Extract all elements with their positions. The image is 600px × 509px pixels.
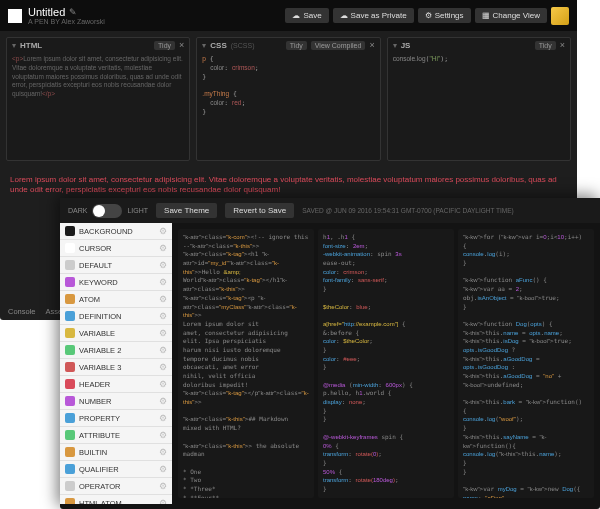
- color-swatch: [65, 311, 75, 321]
- gear-icon[interactable]: ⚙: [159, 243, 167, 253]
- revert-button[interactable]: Revert to Save: [225, 203, 294, 218]
- gear-icon[interactable]: ⚙: [159, 447, 167, 457]
- console-tab[interactable]: Console: [8, 307, 36, 316]
- gear-icon[interactable]: ⚙: [159, 481, 167, 491]
- gear-icon[interactable]: ⚙: [159, 260, 167, 270]
- codepen-logo-icon: [8, 9, 22, 23]
- panel-title: CSS: [210, 41, 226, 50]
- gear-icon[interactable]: ⚙: [159, 345, 167, 355]
- sidebar-item-definition[interactable]: DEFINITION⚙: [60, 308, 172, 325]
- sidebar-item-label: HTML ATOM: [79, 499, 155, 505]
- toggle-track[interactable]: [92, 204, 122, 218]
- save-private-button[interactable]: ☁Save as Private: [333, 8, 414, 23]
- gear-icon[interactable]: ⚙: [159, 498, 167, 504]
- close-icon[interactable]: ×: [369, 40, 374, 50]
- sidebar-item-label: HEADER: [79, 380, 155, 389]
- change-view-button[interactable]: ▦Change View: [475, 8, 547, 23]
- gear-icon[interactable]: ⚙: [159, 311, 167, 321]
- sidebar-item-property[interactable]: PROPERTY⚙: [60, 410, 172, 427]
- sidebar-item-variable-2[interactable]: VARIABLE 2⚙: [60, 342, 172, 359]
- gear-icon: ⚙: [425, 11, 432, 20]
- pro-badge[interactable]: [551, 7, 569, 25]
- sidebar-item-label: KEYWORD: [79, 278, 155, 287]
- theme-toolbar: DARK LIGHT Save Theme Revert to Save SAV…: [60, 198, 600, 223]
- chevron-down-icon[interactable]: ▾: [202, 41, 206, 50]
- gear-icon[interactable]: ⚙: [159, 464, 167, 474]
- dark-light-toggle[interactable]: DARK LIGHT: [68, 204, 148, 218]
- color-swatch: [65, 277, 75, 287]
- save-theme-button[interactable]: Save Theme: [156, 203, 217, 218]
- sidebar-item-label: ATTRIBUTE: [79, 431, 155, 440]
- theme-preview-code: "k-attr">class="k-com"><!-- ignore this …: [172, 223, 600, 504]
- sidebar-item-label: VARIABLE 2: [79, 346, 155, 355]
- color-swatch: [65, 396, 75, 406]
- gear-icon[interactable]: ⚙: [159, 413, 167, 423]
- gear-icon[interactable]: ⚙: [159, 226, 167, 236]
- gear-icon[interactable]: ⚙: [159, 362, 167, 372]
- tidy-button[interactable]: Tidy: [154, 41, 175, 50]
- editor-header: Untitled ✎ A PEN BY Alex Zaworski ☁Save …: [0, 0, 577, 31]
- sidebar-item-variable[interactable]: VARIABLE⚙: [60, 325, 172, 342]
- sidebar-item-html-atom[interactable]: HTML ATOM⚙: [60, 495, 172, 504]
- color-swatch: [65, 294, 75, 304]
- sidebar-item-builtin[interactable]: BUILTIN⚙: [60, 444, 172, 461]
- sidebar-item-attribute[interactable]: ATTRIBUTE⚙: [60, 427, 172, 444]
- sidebar-item-header[interactable]: HEADER⚙: [60, 376, 172, 393]
- cloud-icon: ☁: [292, 11, 300, 20]
- panel-title: JS: [401, 41, 411, 50]
- sidebar-item-variable-3[interactable]: VARIABLE 3⚙: [60, 359, 172, 376]
- gear-icon[interactable]: ⚙: [159, 379, 167, 389]
- chevron-down-icon[interactable]: ▾: [12, 41, 16, 50]
- color-swatch: [65, 498, 75, 504]
- sidebar-item-default[interactable]: DEFAULT⚙: [60, 257, 172, 274]
- editor-panels: ▾ HTML Tidy × <p>Lorem ipsum dolor sit a…: [0, 31, 577, 167]
- panel-title: HTML: [20, 41, 42, 50]
- chevron-down-icon[interactable]: ▾: [393, 41, 397, 50]
- layout-icon: ▦: [482, 11, 490, 20]
- edit-title-icon[interactable]: ✎: [69, 7, 77, 17]
- pen-author: A PEN BY Alex Zaworski: [28, 18, 105, 25]
- close-icon[interactable]: ×: [560, 40, 565, 50]
- sidebar-item-qualifier[interactable]: QUALIFIER⚙: [60, 461, 172, 478]
- view-compiled-button[interactable]: View Compiled: [311, 41, 366, 50]
- gear-icon[interactable]: ⚙: [159, 430, 167, 440]
- gear-icon[interactable]: ⚙: [159, 277, 167, 287]
- color-swatch: [65, 328, 75, 338]
- sidebar-item-keyword[interactable]: KEYWORD⚙: [60, 274, 172, 291]
- sidebar-item-number[interactable]: NUMBER⚙: [60, 393, 172, 410]
- color-swatch: [65, 243, 75, 253]
- gear-icon[interactable]: ⚙: [159, 396, 167, 406]
- theme-body: BACKGROUND⚙CURSOR⚙DEFAULT⚙KEYWORD⚙ATOM⚙D…: [60, 223, 600, 504]
- css-panel: ▾ CSS (SCSS) Tidy View Compiled × p { co…: [196, 37, 380, 161]
- sidebar-item-label: VARIABLE: [79, 329, 155, 338]
- color-swatch: [65, 481, 75, 491]
- toggle-knob: [93, 205, 105, 217]
- gear-icon[interactable]: ⚙: [159, 328, 167, 338]
- save-button[interactable]: ☁Save: [285, 8, 328, 23]
- sidebar-item-cursor[interactable]: CURSOR⚙: [60, 240, 172, 257]
- sidebar-item-operator[interactable]: OPERATOR⚙: [60, 478, 172, 495]
- js-code[interactable]: console.log("Hi");: [388, 52, 570, 160]
- title-block: Untitled ✎ A PEN BY Alex Zaworski: [28, 6, 105, 25]
- theme-editor-window: DARK LIGHT Save Theme Revert to Save SAV…: [60, 198, 600, 509]
- tidy-button[interactable]: Tidy: [535, 41, 556, 50]
- sidebar-item-label: BUILTIN: [79, 448, 155, 457]
- sidebar-item-label: VARIABLE 3: [79, 363, 155, 372]
- gear-icon[interactable]: ⚙: [159, 294, 167, 304]
- cloud-icon: ☁: [340, 11, 348, 20]
- sidebar-item-label: QUALIFIER: [79, 465, 155, 474]
- color-swatch: [65, 345, 75, 355]
- sidebar-item-atom[interactable]: ATOM⚙: [60, 291, 172, 308]
- settings-button[interactable]: ⚙Settings: [418, 8, 471, 23]
- html-code[interactable]: <p>Lorem ipsum dolor sit amet, consectet…: [7, 52, 189, 160]
- css-code[interactable]: p { color: crimson; } .myThing { color: …: [197, 52, 379, 160]
- sidebar-item-label: OPERATOR: [79, 482, 155, 491]
- sidebar-item-background[interactable]: BACKGROUND⚙: [60, 223, 172, 240]
- color-swatch: [65, 379, 75, 389]
- preview-col-css: h1, .h1 { font-size: 2em; -webkit-animat…: [318, 229, 454, 498]
- tidy-button[interactable]: Tidy: [286, 41, 307, 50]
- color-swatch: [65, 464, 75, 474]
- sidebar-item-label: BACKGROUND: [79, 227, 155, 236]
- color-swatch: [65, 413, 75, 423]
- close-icon[interactable]: ×: [179, 40, 184, 50]
